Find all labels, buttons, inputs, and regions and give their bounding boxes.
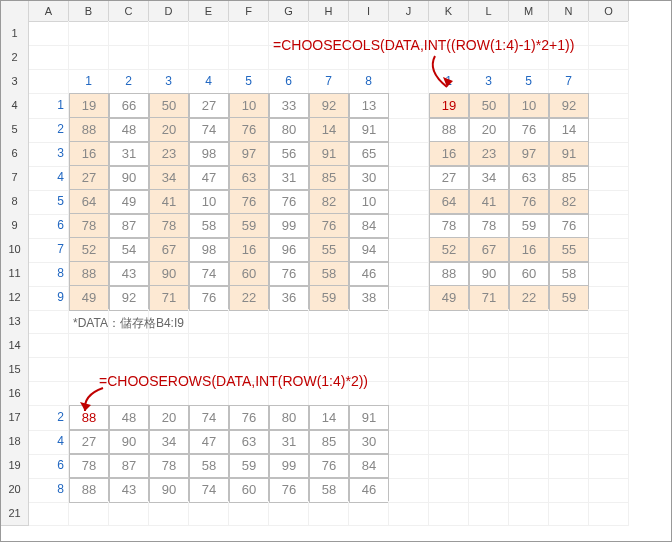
cell[interactable] [589,189,629,215]
cell[interactable]: 76 [229,117,269,143]
cell[interactable]: 16 [509,237,549,263]
cell[interactable] [389,405,429,431]
row-6[interactable]: 6 [1,141,29,167]
cell[interactable]: 76 [509,189,549,215]
cell[interactable]: 54 [109,237,149,263]
cell[interactable] [29,501,69,526]
cell[interactable] [429,477,469,503]
cell[interactable]: 76 [229,405,269,431]
cell[interactable]: 55 [549,237,589,263]
cell[interactable]: 76 [269,261,309,287]
cell[interactable] [589,333,629,358]
cell[interactable] [109,45,149,70]
cell[interactable]: 50 [469,93,509,119]
cell[interactable]: 7 [309,69,349,94]
cell[interactable]: 5 [509,69,549,94]
cell[interactable]: 4 [29,165,69,191]
cell[interactable]: 58 [189,213,229,239]
cell[interactable] [269,333,309,358]
cell[interactable]: 74 [189,477,229,503]
cell[interactable] [589,357,629,382]
cell[interactable]: 16 [229,237,269,263]
cell[interactable]: 63 [229,165,269,191]
cell[interactable] [349,333,389,358]
cell[interactable]: 49 [429,285,469,311]
cell[interactable]: 3 [29,141,69,167]
cell[interactable]: 34 [149,165,189,191]
cell[interactable] [269,501,309,526]
cell[interactable]: 27 [69,429,109,455]
cell[interactable]: 30 [349,429,389,455]
cell[interactable]: 22 [229,285,269,311]
row-5[interactable]: 5 [1,117,29,143]
cell[interactable]: 22 [509,285,549,311]
cell[interactable] [469,429,509,455]
cell[interactable]: 76 [549,213,589,239]
cell[interactable] [229,21,269,46]
cell[interactable] [189,21,229,46]
row-3[interactable]: 3 [1,69,29,94]
cell[interactable]: 47 [189,429,229,455]
cell[interactable] [389,117,429,143]
col-H[interactable]: H [309,1,349,22]
cell[interactable]: 5 [229,69,269,94]
row-16[interactable]: 16 [1,381,29,406]
cell[interactable]: 78 [69,213,109,239]
cell[interactable]: 19 [69,93,109,119]
cell[interactable]: 4 [189,69,229,94]
cell[interactable]: 52 [429,237,469,263]
cell[interactable] [309,501,349,526]
cell[interactable]: 49 [69,285,109,311]
cell[interactable]: 30 [349,165,389,191]
cell[interactable] [509,477,549,503]
cell[interactable] [589,237,629,263]
cell[interactable] [589,453,629,479]
cell[interactable] [589,429,629,455]
cell[interactable]: 60 [229,261,269,287]
cell[interactable] [549,453,589,479]
cell[interactable] [549,357,589,382]
cell[interactable] [349,501,389,526]
cell[interactable]: 90 [469,261,509,287]
cell[interactable]: 58 [549,261,589,287]
cell[interactable]: 43 [109,261,149,287]
cell[interactable]: 16 [429,141,469,167]
cell[interactable]: 78 [149,213,189,239]
row-17[interactable]: 17 [1,405,29,431]
cell[interactable] [69,21,109,46]
cell[interactable] [389,501,429,526]
col-B[interactable]: B [69,1,109,22]
cell[interactable]: 6 [269,69,309,94]
cell[interactable] [549,501,589,526]
cell[interactable]: 90 [149,477,189,503]
cell[interactable]: 74 [189,261,229,287]
cell[interactable]: 76 [189,285,229,311]
cell[interactable]: 48 [109,117,149,143]
cell[interactable]: 14 [309,117,349,143]
col-I[interactable]: I [349,1,389,22]
cell[interactable]: 88 [69,477,109,503]
cell[interactable] [549,333,589,358]
cell[interactable]: 84 [349,213,389,239]
cell[interactable]: 50 [149,93,189,119]
cell[interactable]: 99 [269,453,309,479]
cell[interactable] [509,453,549,479]
cell[interactable]: 92 [309,93,349,119]
cell[interactable] [589,285,629,311]
cell[interactable] [29,21,69,46]
cell[interactable] [149,333,189,358]
row-10[interactable]: 10 [1,237,29,263]
cell[interactable]: 31 [269,165,309,191]
cell[interactable]: 3 [469,69,509,94]
cell[interactable]: 82 [549,189,589,215]
cell[interactable] [469,333,509,358]
cell[interactable]: 80 [269,117,309,143]
cell[interactable]: 20 [149,405,189,431]
cell[interactable] [389,69,429,94]
col-J[interactable]: J [389,1,429,22]
cell[interactable] [69,45,109,70]
cell[interactable]: 31 [109,141,149,167]
cell[interactable]: 94 [349,237,389,263]
cell[interactable]: 59 [229,453,269,479]
cell[interactable] [429,429,469,455]
